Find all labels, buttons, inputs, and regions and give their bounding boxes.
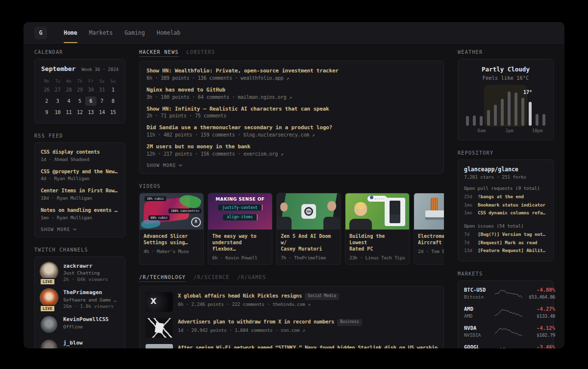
news-item-title[interactable]: Nginx has moved to GitHub: [147, 87, 437, 93]
video-card[interactable]: MAKING SENSE OF justify-content align-it…: [208, 193, 272, 265]
reddit-post-meta: 1d · 29,942 points · 1,604 comments · cn…: [178, 327, 438, 333]
pull-request-item[interactable]: 25d !bangs at the end: [464, 193, 547, 201]
nav-item[interactable]: Home: [58, 22, 83, 43]
weather-bar: [473, 115, 476, 126]
issue-title[interactable]: [Bug(?)] Version tag not showin…: [478, 231, 547, 239]
repository-name[interactable]: glanceapp/glance: [464, 166, 547, 173]
post-thumbnail[interactable]: [146, 344, 173, 348]
reddit-post-title[interactable]: X global affairs head Nick Pickles resig…: [178, 293, 302, 299]
news-item[interactable]: 2M users but no money in the bank 12h · …: [147, 143, 437, 157]
post-thumbnail[interactable]: X: [146, 292, 173, 312]
tab-lobsters[interactable]: LOBSTERS: [187, 49, 216, 57]
video-card[interactable]: ★★★★★ Building the Lowest Rated PC 23h ·…: [345, 193, 410, 265]
twitch-channel-row[interactable]: KevinPowellCSS Offline: [41, 316, 119, 333]
flair-badge: Business: [337, 319, 362, 326]
market-row[interactable]: BTC-USD Bitcoin -4.80% $53,464.86: [464, 287, 547, 300]
app-logo[interactable]: G: [34, 26, 47, 39]
twitch-channel-row[interactable]: LIVE zackrawrr Just Chatting 2h · 64k vi…: [41, 263, 119, 283]
news-item[interactable]: Show HN: Infinity – Realistic AI charact…: [147, 106, 437, 119]
video-title[interactable]: Electroma Aircraft: [418, 233, 444, 246]
calendar-weekday-row: MoTuWeThFrSaSu: [41, 77, 119, 85]
hackernews-show-more-button[interactable]: SHOW MORE: [147, 162, 437, 168]
price-value: $133.48: [523, 313, 555, 319]
twitch-channel-name[interactable]: KevinPowellCSS: [63, 316, 109, 323]
weather-bar: [494, 105, 497, 126]
video-thumbnail[interactable]: ZEN: [277, 193, 341, 230]
nav-item[interactable]: Gaming: [119, 22, 151, 43]
post-thumbnail[interactable]: [146, 318, 173, 338]
reddit-post-title[interactable]: After seeing Wi-Fi network named “STINKY…: [178, 344, 438, 348]
news-item-title[interactable]: Did Sandia use a thermonuclear secondary…: [147, 124, 437, 131]
market-row[interactable]: GOOGL Google -3.46% $151.81: [464, 344, 547, 348]
ticker-symbol[interactable]: AMD: [464, 306, 494, 312]
tab-r-science[interactable]: /R/SCIENCE: [194, 275, 229, 282]
tab-r-games[interactable]: /R/GAMES: [237, 275, 266, 282]
pr-title[interactable]: CSS dynamic columns refactor an…: [478, 209, 547, 217]
twitch-widget: TWITCH CHANNELS LIVE zackrawrr Just Chat…: [34, 247, 125, 348]
video-thumbnail[interactable]: ★★★★★: [345, 193, 409, 230]
video-card[interactable]: Electroma Aircraft 2d · Tom S: [414, 193, 444, 265]
news-item-title[interactable]: Show HN: Wealthfolio: Private, open-sour…: [147, 68, 437, 74]
calendar-day: 2: [41, 96, 52, 106]
video-title[interactable]: The easy way to understand flexbox…: [212, 233, 268, 253]
pull-request-item[interactable]: 1mo Bookmark status indicator: [464, 201, 547, 209]
avatar: [41, 340, 57, 348]
video-thumbnail[interactable]: [414, 193, 444, 230]
news-item[interactable]: Show HN: Wealthfolio: Private, open-sour…: [147, 68, 437, 81]
reddit-post-row[interactable]: Advertisers plan to withdraw from X in r…: [146, 318, 438, 338]
tab-hacker-news[interactable]: HACKER NEWS: [139, 49, 179, 57]
news-item-title[interactable]: 2M users but no money in the bank: [147, 143, 437, 150]
video-card[interactable]: ZEN Zen 5 And AI Doom w/ Casey Muratori …: [276, 193, 341, 265]
tab-r-technology[interactable]: /R/TECHNOLOGY: [139, 275, 186, 282]
rss-item[interactable]: CSS display contents 1d · Ahmad Shadeed: [41, 149, 119, 162]
video-title[interactable]: Zen 5 And AI Doom w/ Casey Muratori: [281, 233, 337, 253]
issue-item[interactable]: 7d [Bug(?)] Version tag not showin…: [464, 231, 547, 239]
time-label: 6am: [478, 128, 486, 133]
video-title[interactable]: Advanced Slicer Settings using…: [144, 233, 199, 246]
time-label: 10pm: [532, 128, 543, 133]
news-item-title[interactable]: Show HN: Infinity – Realistic AI charact…: [147, 106, 437, 113]
twitch-channel-row[interactable]: j_blow: [41, 340, 119, 348]
middle-column: HACKER NEWS LOBSTERS Show HN: Wealthfoli…: [139, 49, 444, 348]
rss-item-title[interactable]: Notes on handling events in We…: [41, 207, 119, 214]
time-label: 2pm: [506, 128, 514, 133]
rss-item-title[interactable]: CSS display contents: [41, 149, 119, 156]
news-item[interactable]: Did Sandia use a thermonuclear secondary…: [147, 124, 437, 138]
issues-header: Open issues (54 total): [464, 223, 547, 229]
news-item[interactable]: Nginx has moved to GitHub 3h · 100 point…: [147, 87, 437, 100]
market-row[interactable]: AMD AMD -4.27% $133.48: [464, 306, 547, 319]
twitch-channel-row[interactable]: LIVE ThePrimeagen Software and Game Deve…: [41, 289, 119, 309]
issue-title[interactable]: [Request] Mark as read: [478, 239, 537, 247]
twitch-channel-name[interactable]: j_blow: [63, 340, 83, 346]
rss-item-title[interactable]: Center Items in First Row with…: [41, 187, 119, 194]
rss-item-title[interactable]: CSS @property and the New Style: [41, 168, 119, 175]
reddit-post-row[interactable]: After seeing Wi-Fi network named “STINKY…: [146, 344, 438, 348]
video-title[interactable]: Building the Lowest Rated PC: [349, 233, 405, 253]
nav-item[interactable]: Markets: [83, 22, 119, 43]
ticker-symbol[interactable]: GOOGL: [464, 344, 494, 348]
issue-item[interactable]: 7d [Request] Mark as read: [464, 239, 547, 247]
nav-item-label: Home: [64, 29, 77, 36]
rss-item[interactable]: CSS @property and the New Style 4d · Rya…: [41, 168, 119, 182]
video-thumbnail[interactable]: 10% cubic 100% concentric 60% cubic M: [140, 193, 203, 230]
twitch-channel-name[interactable]: zackrawrr: [63, 263, 108, 270]
ticker-symbol[interactable]: BTC-USD: [464, 287, 494, 293]
issue-title[interactable]: [Feature Request] Ability to ch…: [478, 247, 547, 255]
twitch-channel-name[interactable]: ThePrimeagen: [63, 289, 119, 296]
issue-item[interactable]: 13d [Feature Request] Ability to ch…: [464, 247, 547, 255]
pr-title[interactable]: !bangs at the end: [478, 193, 524, 201]
video-thumbnail[interactable]: MAKING SENSE OF justify-content align-it…: [208, 193, 272, 230]
ticker-symbol[interactable]: NVDA: [464, 325, 494, 331]
weather-condition: Partly Cloudy: [464, 66, 547, 73]
reddit-post-title[interactable]: Advertisers plan to withdraw from X in r…: [178, 319, 334, 324]
rss-show-more-button[interactable]: SHOW MORE: [41, 227, 119, 232]
pull-request-item[interactable]: 1mo CSS dynamic columns refactor an…: [464, 209, 547, 217]
market-row[interactable]: NVDA NVIDIA -4.12% $102.79: [464, 325, 547, 338]
reddit-post-row[interactable]: X X global affairs head Nick Pickles res…: [146, 292, 438, 312]
rss-item[interactable]: Notes on handling events in We… 1mo · Ry…: [41, 207, 119, 220]
rss-item[interactable]: Center Items in First Row with… 18d · Ry…: [41, 187, 119, 201]
calendar-weekday: Mo: [41, 77, 52, 85]
pr-title[interactable]: Bookmark status indicator: [478, 201, 545, 209]
nav-item[interactable]: Homelab: [151, 22, 186, 43]
video-card[interactable]: 10% cubic 100% concentric 60% cubic M Ad…: [139, 193, 204, 265]
